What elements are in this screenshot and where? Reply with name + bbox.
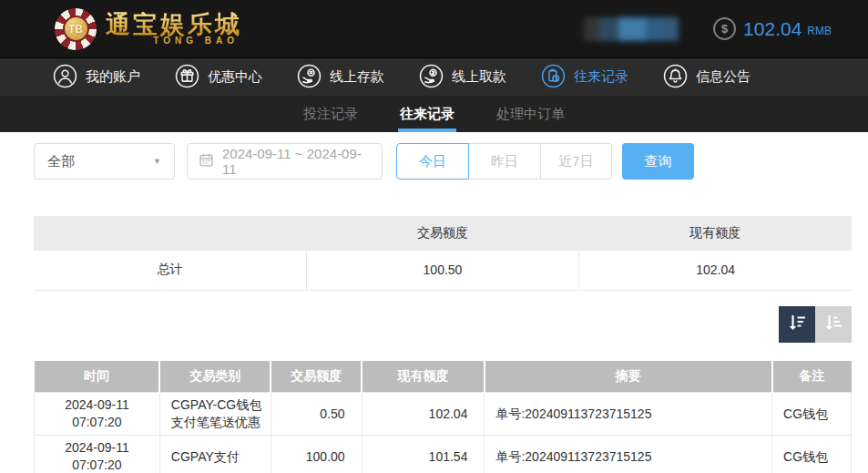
balance-currency: RMB <box>807 21 832 37</box>
summary-header-empty <box>34 216 306 251</box>
sort-ascending-icon <box>822 312 844 336</box>
topbar-right: $ 102.04 RMB <box>584 17 832 41</box>
col-header-summary[interactable]: 摘要 <box>485 361 772 393</box>
date-range-input[interactable]: 2024-09-11 ~ 2024-09-11 <box>187 143 383 180</box>
nav-item-label: 信息公告 <box>696 68 751 86</box>
chevron-down-icon: ▼ <box>153 157 161 166</box>
nav-item-deposit[interactable]: 线上存款 <box>297 64 384 91</box>
search-button[interactable]: 查询 <box>622 143 694 180</box>
sort-descending-button[interactable] <box>779 306 815 343</box>
nav-item-announcements[interactable]: 信息公告 <box>663 64 751 91</box>
cell-summary: 单号:202409113723715125 <box>485 436 772 473</box>
chip-monogram: TB <box>63 15 89 42</box>
col-header-amount[interactable]: 交易额度 <box>271 361 362 393</box>
cell-time: 2024-09-11 07:07:20 <box>35 393 160 436</box>
logo-text: 通宝娱乐城 TONG BAO <box>106 12 242 46</box>
cell-amount: 0.50 <box>271 393 362 436</box>
poker-chip-icon: TB <box>55 8 97 50</box>
type-select-value: 全部 <box>47 153 75 170</box>
balance[interactable]: $ 102.04 RMB <box>713 17 832 40</box>
col-header-time[interactable]: 时间 <box>35 361 160 393</box>
nav-item-label: 优惠中心 <box>208 68 262 86</box>
nav-item-withdraw[interactable]: 线上取款 <box>419 64 506 91</box>
tab-label: 往来记录 <box>400 106 454 123</box>
nav-item-promotions[interactable]: 优惠中心 <box>175 64 262 91</box>
records-table: 时间 交易类别 交易额度 现有额度 摘要 备注 2024-09-11 07:07… <box>34 361 852 473</box>
site-logo[interactable]: TB 通宝娱乐城 TONG BAO <box>55 8 242 50</box>
sub-nav: 投注记录 往来记录 处理中订单 <box>0 96 868 132</box>
cell-amount: 100.00 <box>271 436 362 473</box>
summary-header-transaction: 交易额度 <box>306 216 578 251</box>
sort-controls <box>34 306 852 343</box>
tab-transaction-records[interactable]: 往来记录 <box>398 96 456 132</box>
pixel-block <box>646 17 664 41</box>
withdraw-icon <box>419 64 444 91</box>
pixel-block <box>664 17 679 41</box>
cell-type: CGPAY-CG钱包支付笔笔送优惠 <box>159 393 271 436</box>
tab-label: 处理中订单 <box>496 106 565 123</box>
nav-item-transaction-records[interactable]: 往来记录 <box>541 64 628 91</box>
col-header-type[interactable]: 交易类别 <box>159 361 271 393</box>
cell-type: CGPAY支付 <box>159 436 271 473</box>
logo-subtitle: TONG BAO <box>106 36 242 46</box>
bell-icon <box>663 64 688 91</box>
summary-total-label: 总计 <box>34 251 306 290</box>
table-row: 2024-09-11 07:07:20 CGPAY-CG钱包支付笔笔送优惠 0.… <box>35 393 852 436</box>
main-nav: 我的账户 优惠中心 线上存款 线上取款 往来记录 信息公告 <box>0 57 868 96</box>
tab-betting-records[interactable]: 投注记录 <box>301 96 360 132</box>
table-row: 2024-09-11 07:07:20 CGPAY支付 100.00 101.5… <box>35 436 852 473</box>
summary-header-balance: 现有额度 <box>579 216 852 251</box>
pixel-block <box>598 17 618 41</box>
sort-ascending-button[interactable] <box>815 306 852 343</box>
tab-processing-orders[interactable]: 处理中订单 <box>495 96 567 132</box>
nav-item-label: 线上存款 <box>330 68 384 86</box>
col-header-remark[interactable]: 备注 <box>772 361 852 393</box>
records-icon <box>541 64 566 91</box>
pixel-block <box>618 17 646 41</box>
deposit-icon <box>297 64 322 91</box>
date-range-value: 2024-09-11 ~ 2024-09-11 <box>222 146 371 177</box>
col-header-balance[interactable]: 现有额度 <box>362 361 485 393</box>
nav-item-label: 线上取款 <box>452 68 506 86</box>
user-icon <box>53 64 77 91</box>
summary-total-transaction: 100.50 <box>306 251 578 290</box>
logo-title: 通宝娱乐城 <box>106 12 242 39</box>
today-button[interactable]: 今日 <box>396 143 469 180</box>
nav-item-my-account[interactable]: 我的账户 <box>53 64 140 91</box>
page: TB 通宝娱乐城 TONG BAO $ 102.04 RMB <box>0 0 868 473</box>
summary-total-row: 总计 100.50 102.04 <box>34 251 852 290</box>
last-7-days-button[interactable]: 近7日 <box>540 143 612 180</box>
blurred-username <box>584 17 679 41</box>
yesterday-button[interactable]: 昨日 <box>469 143 541 180</box>
type-select[interactable]: 全部 ▼ <box>34 143 175 180</box>
cell-remark: CG钱包 <box>772 436 852 473</box>
active-tab-underline <box>398 129 456 132</box>
nav-item-label: 我的账户 <box>86 68 140 86</box>
nav-item-label: 往来记录 <box>574 68 628 86</box>
pixel-block <box>584 17 598 41</box>
sort-descending-icon <box>786 312 808 336</box>
cell-time: 2024-09-11 07:07:20 <box>35 436 160 473</box>
calendar-icon <box>199 152 214 170</box>
cell-summary: 单号:202409113723715125 <box>485 393 772 436</box>
content: 全部 ▼ 2024-09-11 ~ 2024-09-11 今日 昨日 近7日 查… <box>34 143 852 473</box>
dollar-circle-icon: $ <box>713 17 736 40</box>
summary-total-balance: 102.04 <box>579 251 852 290</box>
records-header-row: 时间 交易类别 交易额度 现有额度 摘要 备注 <box>35 361 852 393</box>
summary-header-row: 交易额度 现有额度 <box>34 216 852 251</box>
summary-table: 交易额度 现有额度 总计 100.50 102.04 <box>34 216 852 291</box>
quick-range-group: 今日 昨日 近7日 <box>396 143 612 180</box>
cell-balance: 101.54 <box>362 436 485 473</box>
filter-row: 全部 ▼ 2024-09-11 ~ 2024-09-11 今日 昨日 近7日 查… <box>34 143 852 180</box>
cell-remark: CG钱包 <box>772 393 852 436</box>
balance-amount: 102.04 <box>743 18 802 40</box>
topbar: TB 通宝娱乐城 TONG BAO $ 102.04 RMB <box>0 0 868 57</box>
cell-balance: 102.04 <box>362 393 485 436</box>
tab-label: 投注记录 <box>303 106 358 123</box>
gift-icon <box>175 64 199 91</box>
